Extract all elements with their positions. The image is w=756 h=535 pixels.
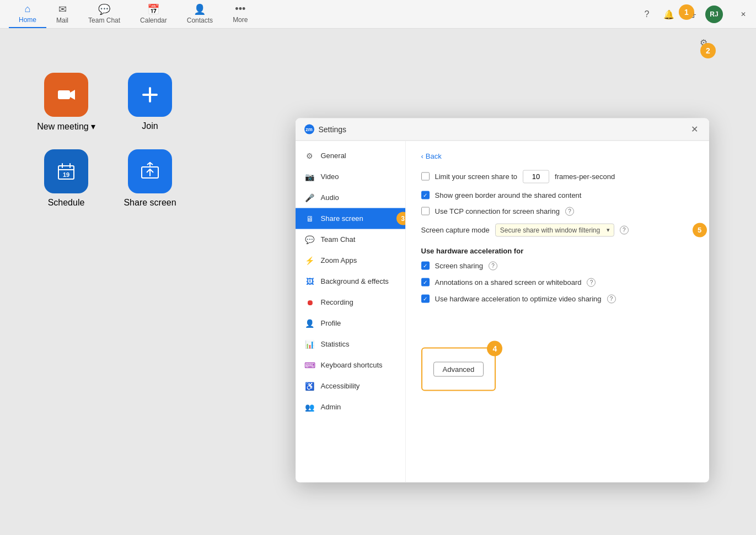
share-screen-item[interactable]: Share screen [117,149,183,208]
back-link[interactable]: ‹ Back [421,152,694,160]
admin-icon: 👥 [304,401,315,412]
new-meeting-icon [44,73,88,117]
statistics-icon: 📊 [304,338,315,349]
team-chat-icon: 💬 [98,3,110,15]
sidebar-label-team-chat: Team Chat [321,235,356,244]
screen-capture-select[interactable]: Secure share with window filtering [495,223,614,236]
nav-items: ⌂ Home ✉ Mail 💬 Team Chat 📅 Calendar 👤 C… [9,0,747,28]
video-sharing-hw-row: Use hardware acceleration to optimize vi… [421,294,694,303]
show-green-border-checkbox[interactable] [421,191,430,199]
help-button[interactable]: ? [639,7,655,22]
top-bar: ⌂ Home ✉ Mail 💬 Team Chat 📅 Calendar 👤 C… [0,0,756,29]
advanced-button[interactable]: Advanced [433,361,484,376]
contacts-icon: 👤 [194,3,206,15]
video-sharing-hw-checkbox[interactable] [421,295,430,303]
annotations-hw-label: Annotations on a shared screen or whiteb… [435,278,582,287]
sidebar-label-admin: Admin [321,403,341,411]
maximize-button[interactable]: □ [705,0,731,29]
use-tcp-label: Use TCP connection for screen sharing [435,207,560,215]
profile-icon: 👤 [304,317,315,328]
sidebar-label-profile: Profile [321,319,341,327]
mail-icon: ✉ [58,3,67,15]
sidebar-item-team-chat[interactable]: 💬 Team Chat [296,229,405,250]
join-item[interactable]: Join [117,73,183,132]
sidebar-label-keyboard-shortcuts: Keyboard shortcuts [321,361,383,369]
sidebar-item-accessibility[interactable]: ♿ Accessibility [296,375,405,396]
team-chat-sidebar-icon: 💬 [304,234,315,245]
fps-input[interactable] [523,170,549,183]
sidebar-label-video: Video [321,172,339,181]
screen-capture-row: Screen capture mode Secure share with wi… [421,223,694,236]
nav-item-team-chat[interactable]: 💬 Team Chat [78,0,130,28]
sidebar-label-audio: Audio [321,193,339,202]
use-tcp-checkbox[interactable] [421,207,430,215]
share-screen-label: Share screen [124,198,176,208]
nav-item-more[interactable]: ••• More [223,0,258,28]
screen-capture-help-icon[interactable]: ? [620,225,629,234]
dialog-body: ⚙ General 📷 Video 🎤 Audio 🖥 Share screen… [296,140,709,482]
nav-item-contacts[interactable]: 👤 Contacts [177,0,223,28]
bell-button[interactable]: 🔔 [661,7,677,22]
nav-label-calendar: Calendar [140,17,167,24]
svg-rect-0 [58,90,70,99]
nav-item-home[interactable]: ⌂ Home [9,0,46,28]
sidebar-item-profile[interactable]: 👤 Profile [296,312,405,333]
background-effects-icon: 🖼 [304,275,315,287]
step-badge-4: 4 [487,341,502,356]
sidebar-item-admin[interactable]: 👥 Admin [296,396,405,417]
calendar-icon: 📅 [147,3,159,15]
sidebar-item-video[interactable]: 📷 Video [296,166,405,187]
sidebar-item-statistics[interactable]: 📊 Statistics [296,333,405,354]
sidebar-item-audio[interactable]: 🎤 Audio [296,187,405,208]
sidebar-item-share-screen[interactable]: 🖥 Share screen 3 [296,208,405,229]
use-tcp-help-icon[interactable]: ? [565,207,574,215]
new-meeting-chevron: ▾ [91,121,95,132]
sidebar-label-recording: Recording [321,298,353,306]
schedule-label: Schedule [48,198,85,208]
sidebar-label-background-effects: Background & effects [321,277,389,285]
screen-sharing-hw-checkbox[interactable] [421,262,430,270]
sidebar-item-background-effects[interactable]: 🖼 Background & effects [296,271,405,291]
limit-fps-row: Limit your screen share to frames-per-se… [421,170,694,183]
screen-sharing-help-icon[interactable]: ? [489,261,497,270]
step-badge-3: 3 [396,212,406,225]
sidebar-item-zoom-apps[interactable]: ⚡ Zoom Apps [296,250,405,271]
new-meeting-label-row: New meeting ▾ [37,121,95,132]
video-icon: 📷 [304,171,315,182]
recording-icon: ⏺ [304,296,315,307]
new-meeting-item[interactable]: New meeting ▾ [33,73,99,132]
nav-label-home: Home [19,16,36,24]
sidebar-item-keyboard-shortcuts[interactable]: ⌨ Keyboard shortcuts [296,354,405,375]
dialog-title: zm Settings [304,124,347,134]
screen-capture-label: Screen capture mode [421,226,490,234]
close-button[interactable]: ✕ [731,0,756,29]
settings-dialog: zm Settings ✕ ⚙ General 📷 Video 🎤 Audio [296,118,709,482]
zoom-apps-icon: ⚡ [304,255,315,266]
nav-label-mail: Mail [56,17,68,24]
sidebar-item-general[interactable]: ⚙ General [296,145,405,166]
share-screen-sidebar-icon: 🖥 [304,213,315,224]
zm-logo: zm [304,124,314,134]
sidebar-item-recording[interactable]: ⏺ Recording [296,291,405,312]
svg-text:19: 19 [63,171,69,178]
nav-label-contacts: Contacts [187,17,213,24]
nav-label-more: More [233,16,248,24]
sidebar-label-share-screen: Share screen [321,214,363,223]
show-green-border-label: Show green border around the shared cont… [435,191,582,199]
annotations-help-icon[interactable]: ? [587,278,596,287]
annotations-hw-checkbox[interactable] [421,278,430,287]
fps-unit-label: frames-per-second [555,172,615,181]
settings-sidebar: ⚙ General 📷 Video 🎤 Audio 🖥 Share screen… [296,140,406,482]
dialog-titlebar: zm Settings ✕ [296,118,709,140]
limit-fps-checkbox[interactable] [421,172,430,181]
dialog-close-button[interactable]: ✕ [689,123,700,134]
schedule-item[interactable]: 19 Schedule [33,149,99,208]
step-badge-2: 2 [700,43,716,58]
nav-item-calendar[interactable]: 📅 Calendar [130,0,177,28]
nav-item-mail[interactable]: ✉ Mail [46,0,78,28]
sidebar-label-zoom-apps: Zoom Apps [321,256,357,264]
video-sharing-help-icon[interactable]: ? [607,294,616,303]
accessibility-icon: ♿ [304,380,315,391]
join-label: Join [142,121,158,131]
step-badge-5: 5 [693,223,707,237]
